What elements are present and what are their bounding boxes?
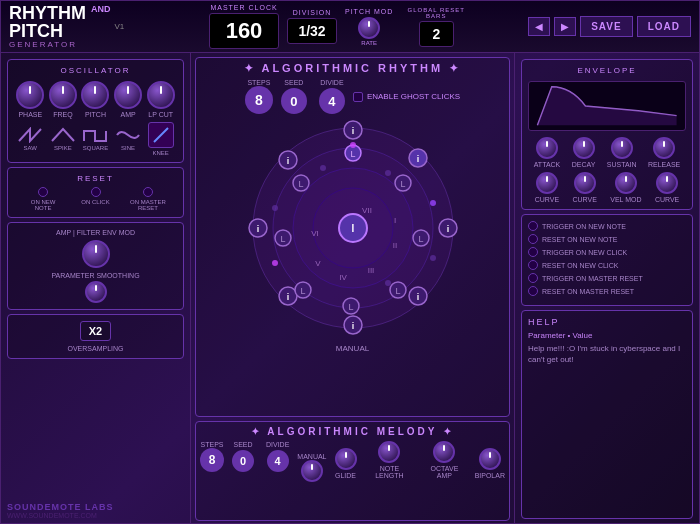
division-label: DIVISION	[293, 9, 332, 16]
melody-manual-knob[interactable]	[301, 460, 323, 482]
sine-wave-btn[interactable]: SINE	[115, 127, 141, 151]
reset-new-click: RESET ON NEW CLICK	[528, 260, 686, 270]
svg-text:i: i	[351, 321, 354, 331]
freq-knob[interactable]	[49, 81, 77, 109]
reset-new-click-led[interactable]	[528, 260, 538, 270]
help-title: HELP	[528, 317, 686, 327]
app-container: RHYTHM ANDPITCH GENERATOR V1 MASTER CLOC…	[0, 0, 700, 524]
ghost-clicks-toggle[interactable]: ENABLE GHOST CLICKS	[353, 92, 460, 102]
reset-master-led[interactable]	[143, 187, 153, 197]
app-subtitle: GENERATOR	[9, 40, 111, 49]
svg-text:i: i	[286, 292, 289, 302]
divide-label: DIVIDE	[320, 79, 343, 86]
curve2-knob[interactable]	[574, 172, 596, 194]
melody-steps-display[interactable]: 8	[200, 448, 224, 472]
seed-label: SEED	[284, 79, 303, 86]
help-param: Parameter • Value	[528, 331, 686, 340]
global-reset-display[interactable]: 2	[419, 21, 454, 47]
oversampling-badge[interactable]: X2	[80, 321, 111, 341]
oscillator-section: OSCILLATOR PHASE FREQ PITCH	[7, 59, 184, 163]
reset-on-click: ON CLICK	[81, 187, 109, 211]
bpm-display[interactable]: 160	[209, 13, 279, 49]
bipolar-knob[interactable]	[479, 448, 501, 470]
trigger-new-note-led[interactable]	[528, 221, 538, 231]
attack-label: ATTACK	[534, 161, 561, 168]
reset-section: RESET ON NEW NOTE ON CLICK ON MASTER RES…	[7, 167, 184, 218]
amp-knob[interactable]	[114, 81, 142, 109]
svg-text:L: L	[395, 286, 400, 296]
reset-on-click-label: ON CLICK	[81, 199, 109, 205]
curve1-knob[interactable]	[536, 172, 558, 194]
melody-seed-divide: SEED 0 DIVIDE 4	[232, 441, 289, 472]
trigger-master-reset-led[interactable]	[528, 273, 538, 283]
prev-button[interactable]: ◀	[528, 17, 550, 36]
env-mod-knob[interactable]	[82, 240, 110, 268]
rhythm-title: ✦ ALGORITHMIC RHYTHM ✦	[244, 62, 461, 75]
seed-display[interactable]: 0	[281, 88, 307, 114]
svg-text:i: i	[256, 224, 259, 234]
vel-mod-knob[interactable]	[615, 172, 637, 194]
master-clock-section: MASTER CLOCK 160	[209, 4, 279, 49]
global-reset-section: GLOBAL RESET BARS 2	[401, 7, 471, 47]
lpcut-label: LP CUT	[148, 111, 173, 118]
load-button[interactable]: LOAD	[637, 16, 691, 37]
oversampling-section: X2 OVERSAMPLING	[7, 314, 184, 359]
rhythm-manual-label: MANUAL	[243, 344, 463, 353]
svg-text:IV: IV	[339, 273, 347, 282]
param-smoothing-knob[interactable]	[85, 281, 107, 303]
logo-area: RHYTHM ANDPITCH GENERATOR V1	[9, 4, 209, 49]
reset-new-note-trigger: RESET ON NEW NOTE	[528, 234, 686, 244]
square-wave-btn[interactable]: SQUARE	[82, 127, 108, 151]
reset-new-note-led[interactable]	[38, 187, 48, 197]
octave-amp-knob[interactable]	[433, 441, 455, 463]
reset-master-label: ON MASTER RESET	[128, 199, 168, 211]
glide-group: GLIDE	[335, 448, 357, 479]
header-right: ◀ ▶ SAVE LOAD	[528, 16, 691, 37]
attack-knob[interactable]	[536, 137, 558, 159]
release-knob[interactable]	[653, 137, 675, 159]
note-length-knob[interactable]	[378, 441, 400, 463]
steps-display[interactable]: 8	[245, 86, 273, 114]
svg-text:L: L	[300, 286, 305, 296]
phase-knob[interactable]	[16, 81, 44, 109]
saw-wave-btn[interactable]: SAW	[17, 127, 43, 151]
knee-btn[interactable]: KNEE	[148, 122, 174, 156]
reset-new-note-trigger-led[interactable]	[528, 234, 538, 244]
octave-label: OCTAVE AMP	[422, 465, 466, 479]
curve3-knob[interactable]	[656, 172, 678, 194]
lpcut-knob[interactable]	[147, 81, 175, 109]
curve1-label: CURVE	[535, 196, 559, 203]
sustain-knob[interactable]	[611, 137, 633, 159]
trigger-new-note-label: TRIGGER ON NEW NOTE	[542, 223, 626, 230]
right-panel: ENVELOPE ATTACK DECAY	[514, 53, 699, 524]
seed-group: SEED 0	[281, 79, 307, 114]
svg-point-39	[430, 255, 436, 261]
pitch-mod-knob[interactable]	[358, 17, 380, 39]
reset-master-reset-led[interactable]	[528, 286, 538, 296]
curve3-label: CURVE	[655, 196, 679, 203]
melody-divide-display[interactable]: 4	[267, 450, 289, 472]
next-button[interactable]: ▶	[554, 17, 576, 36]
melody-seed-display[interactable]: 0	[232, 450, 254, 472]
glide-knob[interactable]	[335, 448, 357, 470]
melody-bottom-row: GLIDE NOTE LENGTH OCTAVE AMP BIPOLA	[335, 441, 505, 479]
ghost-clicks-checkbox[interactable]	[353, 92, 363, 102]
ghost-clicks-label: ENABLE GHOST CLICKS	[367, 92, 460, 101]
division-display[interactable]: 1/32	[287, 18, 337, 44]
melody-steps-label: STEPS	[201, 441, 224, 448]
decay-knob[interactable]	[573, 137, 595, 159]
divide-display[interactable]: 4	[319, 88, 345, 114]
svg-point-40	[385, 280, 391, 286]
rhythm-circle-container: i i i i i i i i	[243, 118, 463, 338]
knee-icon	[148, 122, 174, 148]
spike-wave-btn[interactable]: SPIKE	[50, 127, 76, 151]
pitch-knob[interactable]	[81, 81, 109, 109]
melody-divide-group: DIVIDE 4	[266, 441, 289, 472]
svg-point-42	[272, 205, 278, 211]
trigger-new-click-led[interactable]	[528, 247, 538, 257]
save-button[interactable]: SAVE	[580, 16, 633, 37]
square-label: SQUARE	[83, 145, 108, 151]
envelope-display	[528, 81, 686, 131]
reset-on-click-led[interactable]	[91, 187, 101, 197]
reset-new-note-label: ON NEW NOTE	[23, 199, 63, 211]
